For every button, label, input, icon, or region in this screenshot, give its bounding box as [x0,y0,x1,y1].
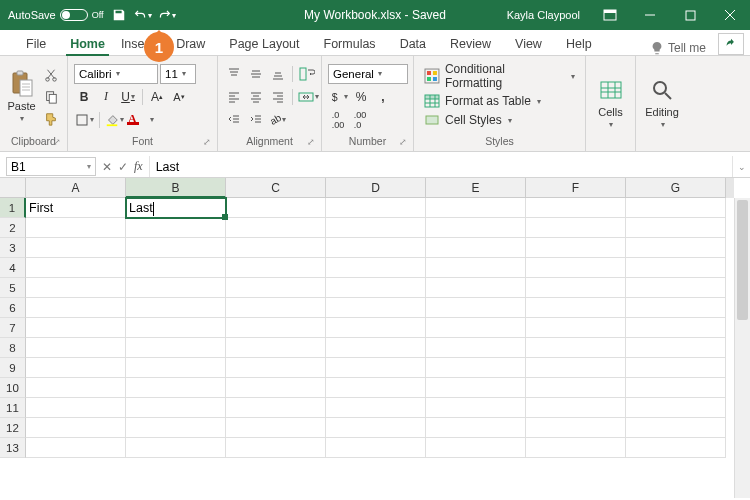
tab-data[interactable]: Data [388,33,438,55]
close-icon[interactable] [710,0,750,30]
cell-B6[interactable] [126,298,226,318]
row-header-9[interactable]: 9 [0,358,26,378]
tell-me[interactable]: Tell me [650,41,712,55]
cell-A12[interactable] [26,418,126,438]
cell-C2[interactable] [226,218,326,238]
cell-F13[interactable] [526,438,626,458]
col-header-B[interactable]: B [126,178,226,198]
cell-D3[interactable] [326,238,426,258]
row-header-10[interactable]: 10 [0,378,26,398]
cell-C7[interactable] [226,318,326,338]
tab-home[interactable]: Home [58,33,117,55]
row-header-4[interactable]: 4 [0,258,26,278]
cell-A7[interactable] [26,318,126,338]
paste-button[interactable]: Paste ▾ [6,60,37,133]
cell-E12[interactable] [426,418,526,438]
cell-A13[interactable] [26,438,126,458]
orientation-icon[interactable]: ab▾ [268,110,288,130]
cell-C13[interactable] [226,438,326,458]
select-all-corner[interactable] [0,178,26,198]
formula-input[interactable] [150,156,732,177]
percent-format-icon[interactable]: % [351,87,371,107]
cell-G3[interactable] [626,238,726,258]
cell-B7[interactable] [126,318,226,338]
cell-A5[interactable] [26,278,126,298]
share-button[interactable] [718,33,744,55]
bold-button[interactable]: B [74,87,94,107]
cut-icon[interactable] [41,65,61,85]
col-header-E[interactable]: E [426,178,526,198]
cell-F3[interactable] [526,238,626,258]
decrease-indent-icon[interactable] [224,110,244,130]
row-header-1[interactable]: 1 [0,198,26,218]
cell-C6[interactable] [226,298,326,318]
cell-B5[interactable] [126,278,226,298]
cell-A3[interactable] [26,238,126,258]
cell-A4[interactable] [26,258,126,278]
underline-button[interactable]: U▾ [118,87,138,107]
cell-B4[interactable] [126,258,226,278]
format-painter-icon[interactable] [41,109,61,129]
copy-icon[interactable] [41,87,61,107]
cell-F8[interactable] [526,338,626,358]
cell-G1[interactable] [626,198,726,218]
col-header-A[interactable]: A [26,178,126,198]
font-size-combo[interactable]: 11▾ [160,64,196,84]
align-bottom-icon[interactable] [268,64,288,84]
cell-D13[interactable] [326,438,426,458]
font-launcher-icon[interactable]: ⤢ [203,137,211,147]
cell-F6[interactable] [526,298,626,318]
cell-E1[interactable] [426,198,526,218]
increase-decimal-icon[interactable]: .0.00 [328,110,348,130]
cell-B10[interactable] [126,378,226,398]
cell-B3[interactable] [126,238,226,258]
tab-help[interactable]: Help [554,33,604,55]
row-header-8[interactable]: 8 [0,338,26,358]
user-name[interactable]: Kayla Claypool [497,9,590,21]
cancel-entry-icon[interactable]: ✕ [102,160,112,174]
cell-styles-button[interactable]: Cell Styles▾ [424,112,575,128]
cells-button[interactable]: Cells▾ [592,60,629,145]
cell-A2[interactable] [26,218,126,238]
cell-G11[interactable] [626,398,726,418]
minimize-icon[interactable] [630,0,670,30]
italic-button[interactable]: I [96,87,116,107]
cell-E4[interactable] [426,258,526,278]
cell-G4[interactable] [626,258,726,278]
align-top-icon[interactable] [224,64,244,84]
number-launcher-icon[interactable]: ⤢ [399,137,407,147]
maximize-icon[interactable] [670,0,710,30]
cell-C4[interactable] [226,258,326,278]
enter-entry-icon[interactable]: ✓ [118,160,128,174]
cell-E6[interactable] [426,298,526,318]
cell-F1[interactable] [526,198,626,218]
toggle-switch[interactable] [60,9,88,21]
cell-B1[interactable]: Last [126,198,226,218]
cell-F5[interactable] [526,278,626,298]
clipboard-launcher-icon[interactable]: ⤢ [53,137,61,147]
cell-E2[interactable] [426,218,526,238]
undo-icon[interactable]: ▾ [134,6,152,24]
cell-D1[interactable] [326,198,426,218]
cell-C5[interactable] [226,278,326,298]
cell-E7[interactable] [426,318,526,338]
cell-G10[interactable] [626,378,726,398]
cell-C3[interactable] [226,238,326,258]
cell-B11[interactable] [126,398,226,418]
row-header-5[interactable]: 5 [0,278,26,298]
cell-D11[interactable] [326,398,426,418]
cell-B2[interactable] [126,218,226,238]
cell-D9[interactable] [326,358,426,378]
cell-C11[interactable] [226,398,326,418]
align-right-icon[interactable] [268,87,288,107]
cell-F12[interactable] [526,418,626,438]
cell-G2[interactable] [626,218,726,238]
col-header-F[interactable]: F [526,178,626,198]
cell-B12[interactable] [126,418,226,438]
cell-E9[interactable] [426,358,526,378]
cell-B8[interactable] [126,338,226,358]
cell-G6[interactable] [626,298,726,318]
cell-D6[interactable] [326,298,426,318]
cell-G5[interactable] [626,278,726,298]
cell-B9[interactable] [126,358,226,378]
